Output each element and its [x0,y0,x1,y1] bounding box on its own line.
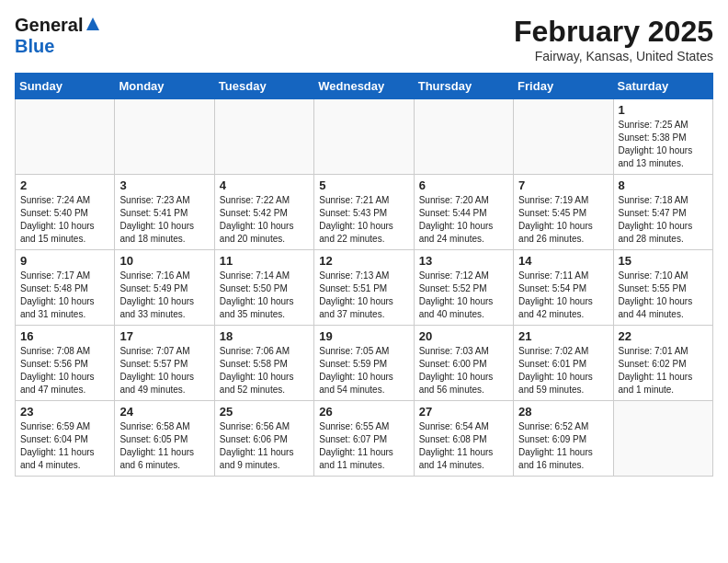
page-subtitle: Fairway, Kansas, United States [514,49,713,63]
calendar-cell: 9Sunrise: 7:17 AMSunset: 5:48 PMDaylight… [16,250,115,326]
logo-blue: Blue [15,36,54,56]
page-title: February 2025 [514,15,713,49]
day-number: 27 [419,405,508,419]
day-number: 25 [220,405,309,419]
logo-general: General [15,15,83,36]
calendar-cell: 23Sunrise: 6:59 AMSunset: 6:04 PMDayligh… [16,401,115,477]
calendar-cell: 3Sunrise: 7:23 AMSunset: 5:41 PMDaylight… [115,175,214,250]
calendar-cell: 16Sunrise: 7:08 AMSunset: 5:56 PMDayligh… [16,326,115,401]
page-header: General Blue February 2025 Fairway, Kans… [15,15,713,63]
day-info: Sunrise: 7:13 AMSunset: 5:51 PMDaylight:… [319,270,408,321]
day-info: Sunrise: 7:24 AMSunset: 5:40 PMDaylight:… [20,194,109,246]
day-info: Sunrise: 7:14 AMSunset: 5:50 PMDaylight:… [220,270,309,321]
day-number: 7 [518,178,608,192]
logo-icon [85,16,101,32]
calendar-cell: 7Sunrise: 7:19 AMSunset: 5:45 PMDaylight… [514,175,613,250]
day-info: Sunrise: 7:19 AMSunset: 5:45 PMDaylight:… [518,194,608,246]
day-number: 4 [220,178,309,192]
calendar-cell: 17Sunrise: 7:07 AMSunset: 5:57 PMDayligh… [115,326,214,401]
day-of-week-header: Wednesday [314,74,414,99]
day-number: 12 [319,254,408,268]
calendar-cell: 5Sunrise: 7:21 AMSunset: 5:43 PMDaylight… [314,175,414,250]
day-number: 9 [20,254,109,268]
day-number: 1 [619,103,708,117]
calendar-cell: 26Sunrise: 6:55 AMSunset: 6:07 PMDayligh… [314,401,414,477]
calendar: SundayMondayTuesdayWednesdayThursdayFrid… [15,73,713,477]
day-info: Sunrise: 7:01 AMSunset: 6:02 PMDaylight:… [619,345,708,396]
calendar-cell: 4Sunrise: 7:22 AMSunset: 5:42 PMDaylight… [214,175,313,250]
day-info: Sunrise: 7:03 AMSunset: 6:00 PMDaylight:… [419,345,508,396]
day-info: Sunrise: 6:54 AMSunset: 6:08 PMDaylight:… [419,420,508,472]
day-info: Sunrise: 7:18 AMSunset: 5:47 PMDaylight:… [619,194,708,246]
day-info: Sunrise: 7:20 AMSunset: 5:44 PMDaylight:… [419,194,508,246]
calendar-cell: 6Sunrise: 7:20 AMSunset: 5:44 PMDaylight… [414,175,513,250]
calendar-cell: 28Sunrise: 6:52 AMSunset: 6:09 PMDayligh… [514,401,613,477]
day-number: 28 [518,405,608,419]
day-number: 23 [20,405,109,419]
day-info: Sunrise: 6:56 AMSunset: 6:06 PMDaylight:… [220,420,309,472]
day-info: Sunrise: 7:25 AMSunset: 5:38 PMDaylight:… [619,119,708,170]
day-info: Sunrise: 7:10 AMSunset: 5:55 PMDaylight:… [619,270,708,321]
day-info: Sunrise: 7:02 AMSunset: 6:01 PMDaylight:… [518,345,608,396]
title-block: February 2025 Fairway, Kansas, United St… [514,15,713,63]
calendar-cell [16,99,115,175]
day-info: Sunrise: 7:21 AMSunset: 5:43 PMDaylight:… [319,194,408,246]
day-info: Sunrise: 7:06 AMSunset: 5:58 PMDaylight:… [220,345,309,396]
day-info: Sunrise: 7:22 AMSunset: 5:42 PMDaylight:… [220,194,309,246]
day-number: 26 [319,405,408,419]
day-of-week-header: Monday [115,74,214,99]
day-number: 20 [419,329,508,343]
day-info: Sunrise: 7:07 AMSunset: 5:57 PMDaylight:… [119,345,209,396]
day-info: Sunrise: 6:52 AMSunset: 6:09 PMDaylight:… [518,420,608,472]
day-number: 13 [419,254,508,268]
day-info: Sunrise: 6:55 AMSunset: 6:07 PMDaylight:… [319,420,408,472]
day-number: 19 [319,329,408,343]
day-info: Sunrise: 6:59 AMSunset: 6:04 PMDaylight:… [20,420,109,472]
calendar-cell: 12Sunrise: 7:13 AMSunset: 5:51 PMDayligh… [314,250,414,326]
day-of-week-header: Saturday [613,74,712,99]
calendar-cell: 1Sunrise: 7:25 AMSunset: 5:38 PMDaylight… [613,99,712,175]
day-of-week-header: Sunday [16,74,115,99]
calendar-cell: 2Sunrise: 7:24 AMSunset: 5:40 PMDaylight… [16,175,115,250]
calendar-cell: 8Sunrise: 7:18 AMSunset: 5:47 PMDaylight… [613,175,712,250]
day-info: Sunrise: 7:23 AMSunset: 5:41 PMDaylight:… [119,194,209,246]
day-number: 6 [419,178,508,192]
day-info: Sunrise: 7:16 AMSunset: 5:49 PMDaylight:… [119,270,209,321]
day-of-week-header: Thursday [414,74,513,99]
day-number: 14 [518,254,608,268]
calendar-cell: 10Sunrise: 7:16 AMSunset: 5:49 PMDayligh… [115,250,214,326]
day-info: Sunrise: 7:05 AMSunset: 5:59 PMDaylight:… [319,345,408,396]
calendar-cell: 14Sunrise: 7:11 AMSunset: 5:54 PMDayligh… [514,250,613,326]
day-number: 3 [119,178,209,192]
day-number: 8 [619,178,708,192]
day-number: 22 [619,329,708,343]
calendar-cell [414,99,513,175]
calendar-cell: 20Sunrise: 7:03 AMSunset: 6:00 PMDayligh… [414,326,513,401]
svg-marker-0 [86,17,99,30]
logo: General Blue [15,15,101,57]
day-number: 17 [119,329,209,343]
day-info: Sunrise: 7:17 AMSunset: 5:48 PMDaylight:… [20,270,109,321]
day-number: 11 [220,254,309,268]
calendar-cell [514,99,613,175]
day-number: 5 [319,178,408,192]
calendar-cell: 22Sunrise: 7:01 AMSunset: 6:02 PMDayligh… [613,326,712,401]
day-number: 18 [220,329,309,343]
day-info: Sunrise: 7:08 AMSunset: 5:56 PMDaylight:… [20,345,109,396]
calendar-cell: 27Sunrise: 6:54 AMSunset: 6:08 PMDayligh… [414,401,513,477]
calendar-cell: 25Sunrise: 6:56 AMSunset: 6:06 PMDayligh… [214,401,313,477]
calendar-cell: 15Sunrise: 7:10 AMSunset: 5:55 PMDayligh… [613,250,712,326]
calendar-cell [613,401,712,477]
calendar-cell [115,99,214,175]
calendar-cell: 19Sunrise: 7:05 AMSunset: 5:59 PMDayligh… [314,326,414,401]
day-number: 21 [518,329,608,343]
day-number: 15 [619,254,708,268]
calendar-cell: 13Sunrise: 7:12 AMSunset: 5:52 PMDayligh… [414,250,513,326]
day-number: 10 [119,254,209,268]
calendar-cell: 11Sunrise: 7:14 AMSunset: 5:50 PMDayligh… [214,250,313,326]
day-info: Sunrise: 7:11 AMSunset: 5:54 PMDaylight:… [518,270,608,321]
day-of-week-header: Friday [514,74,613,99]
calendar-cell: 18Sunrise: 7:06 AMSunset: 5:58 PMDayligh… [214,326,313,401]
day-number: 16 [20,329,109,343]
day-info: Sunrise: 7:12 AMSunset: 5:52 PMDaylight:… [419,270,508,321]
